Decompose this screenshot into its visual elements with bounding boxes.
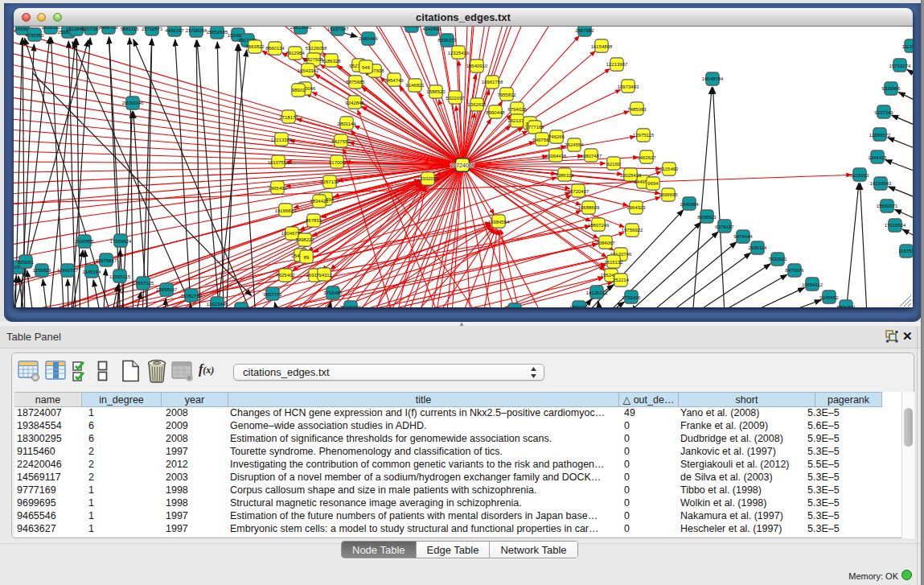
svg-text:15157347: 15157347 [327, 27, 349, 31]
svg-text:1112986: 1112986 [902, 44, 913, 49]
svg-text:20364436: 20364436 [545, 154, 567, 159]
svg-text:1964923: 1964923 [626, 205, 646, 210]
svg-text:7663822: 7663822 [245, 44, 265, 49]
svg-text:12975115: 12975115 [633, 133, 655, 138]
svg-text:3716485: 3716485 [323, 290, 343, 295]
svg-text:8938923: 8938923 [697, 215, 717, 220]
svg-text:9699695: 9699695 [659, 192, 678, 197]
svg-text:8427552: 8427552 [331, 139, 351, 144]
svg-text:20053346: 20053346 [122, 101, 144, 105]
svg-text:89: 89 [304, 255, 310, 260]
svg-text:116753: 116753 [898, 249, 913, 253]
svg-text:19166827: 19166827 [275, 208, 297, 213]
svg-text:18724007: 18724007 [450, 163, 474, 168]
svg-text:3267130: 3267130 [320, 179, 339, 184]
svg-text:9115460: 9115460 [660, 167, 680, 171]
svg-text:23302035: 23302035 [417, 176, 439, 181]
svg-text:8186328: 8186328 [322, 59, 341, 64]
svg-text:8990448: 8990448 [486, 110, 505, 115]
svg-text:1156829: 1156829 [33, 268, 52, 273]
svg-text:16107554: 16107554 [268, 160, 290, 165]
svg-text:9217207: 9217207 [81, 27, 101, 31]
svg-text:7386322: 7386322 [555, 173, 574, 178]
svg-text:25711873: 25711873 [142, 27, 163, 31]
svg-text:9146821: 9146821 [405, 83, 425, 88]
svg-text:12213389: 12213389 [271, 138, 293, 142]
svg-text:10025433: 10025433 [620, 173, 642, 178]
svg-text:9084067: 9084067 [596, 241, 615, 245]
svg-text:8489709: 8489709 [99, 27, 118, 30]
svg-text:23975867: 23975867 [96, 258, 117, 263]
svg-text:8454749: 8454749 [384, 78, 404, 83]
svg-text:8660124: 8660124 [265, 46, 285, 51]
svg-text:98901: 98901 [292, 88, 306, 93]
svg-text:53226058: 53226058 [306, 46, 327, 51]
svg-text:317006: 317006 [329, 160, 346, 165]
svg-text:10654112: 10654112 [802, 282, 823, 287]
svg-text:1999828: 1999828 [402, 27, 421, 28]
svg-text:1733426: 1733426 [622, 295, 641, 300]
svg-text:1362615: 1362615 [467, 102, 487, 107]
svg-text:20813640: 20813640 [290, 27, 312, 30]
svg-text:546: 546 [362, 65, 371, 70]
svg-text:9657771: 9657771 [263, 292, 282, 297]
svg-text:8336273: 8336273 [437, 38, 457, 43]
svg-text:16543342: 16543342 [298, 68, 319, 73]
svg-text:2020655: 2020655 [75, 239, 94, 244]
svg-text:17359924: 17359924 [110, 239, 132, 244]
svg-text:12213967: 12213967 [606, 62, 628, 67]
svg-text:14136141: 14136141 [586, 290, 608, 295]
svg-text:1965493: 1965493 [268, 186, 287, 191]
svg-text:7632621: 7632621 [768, 257, 787, 262]
svg-text:1615132: 1615132 [604, 260, 623, 265]
svg-text:12325419: 12325419 [448, 51, 470, 56]
svg-text:9694: 9694 [647, 181, 659, 186]
svg-text:3498222: 3498222 [295, 237, 314, 242]
svg-text:6794028: 6794028 [507, 107, 527, 112]
svg-text:19958107: 19958107 [156, 287, 178, 292]
svg-text:62160: 62160 [607, 162, 621, 167]
svg-text:9777169: 9777169 [525, 125, 544, 130]
svg-text:5682115: 5682115 [121, 27, 140, 31]
svg-text:794312: 794312 [316, 273, 333, 278]
svg-text:17956909: 17956909 [231, 307, 253, 307]
svg-text:7485063: 7485063 [627, 107, 647, 112]
svg-text:25852685: 25852685 [207, 30, 228, 35]
svg-text:16210643: 16210643 [870, 181, 892, 186]
svg-text:1145194: 1145194 [83, 270, 102, 274]
svg-text:7955812: 7955812 [497, 93, 516, 97]
svg-text:12093572: 12093572 [869, 133, 891, 138]
svg-text:18807249: 18807249 [588, 223, 610, 228]
svg-text:9242848: 9242848 [345, 101, 364, 105]
svg-text:19756922: 19756922 [622, 228, 643, 233]
svg-text:4143890: 4143890 [422, 27, 441, 31]
svg-text:1640954: 1640954 [680, 202, 699, 207]
svg-text:8806804: 8806804 [836, 305, 856, 307]
svg-text:9463627: 9463627 [637, 155, 656, 160]
svg-text:9329966: 9329966 [881, 86, 901, 91]
svg-text:2935114: 2935114 [749, 245, 768, 250]
svg-text:1244415: 1244415 [868, 155, 887, 160]
svg-text:1890399: 1890399 [569, 305, 589, 307]
svg-text:7625402: 7625402 [276, 273, 295, 278]
svg-text:2803144: 2803144 [337, 122, 356, 126]
svg-text:17957225: 17957225 [133, 281, 154, 286]
svg-text:12505115: 12505115 [109, 274, 131, 279]
svg-text:2066449: 2066449 [359, 36, 378, 41]
svg-text:8215933: 8215933 [850, 173, 869, 178]
svg-text:15720407: 15720407 [568, 189, 589, 194]
svg-text:9227349: 9227349 [874, 110, 893, 115]
svg-text:10688609: 10688609 [578, 205, 600, 210]
svg-text:18640910: 18640910 [466, 64, 488, 68]
svg-text:746266: 746266 [548, 134, 565, 139]
svg-text:23706266: 23706266 [186, 28, 207, 33]
svg-text:5875685: 5875685 [346, 80, 365, 84]
svg-text:19384594: 19384594 [488, 220, 510, 225]
svg-text:9245652: 9245652 [819, 295, 839, 300]
svg-text:16961758: 16961758 [482, 80, 503, 84]
svg-text:4735650: 4735650 [25, 33, 44, 38]
svg-text:12923448: 12923448 [207, 302, 228, 307]
svg-text:252214: 252214 [613, 278, 630, 282]
svg-text:9474444: 9474444 [733, 234, 753, 239]
svg-text:8912954: 8912954 [285, 51, 305, 56]
